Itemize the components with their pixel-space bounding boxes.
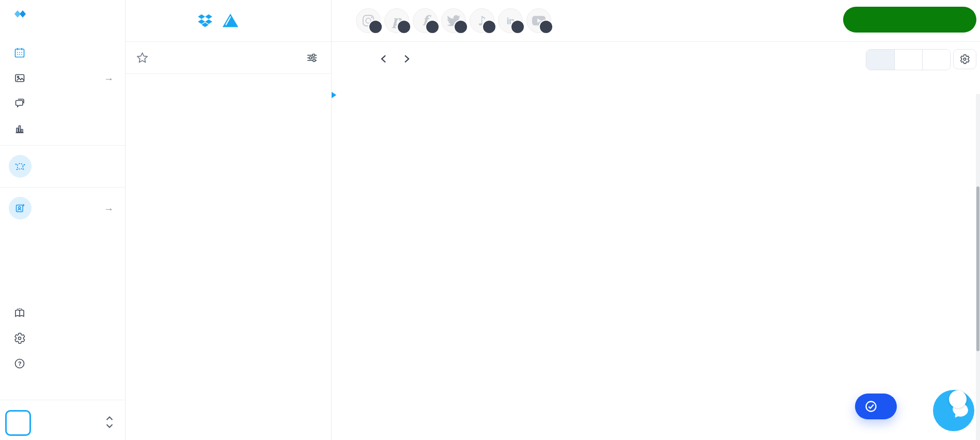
today-button[interactable] <box>346 53 352 54</box>
add-account-plus-badge[interactable] <box>539 20 553 34</box>
start-free-trial-button[interactable] <box>843 7 976 33</box>
later-logo-icon <box>13 8 27 20</box>
sidebar: → <box>0 0 126 440</box>
sidebar-item-creator-brand-collabs[interactable]: → <box>0 192 125 225</box>
creator-collabs-icon <box>9 197 32 219</box>
vertical-scrollbar-thumb[interactable] <box>976 186 979 351</box>
day-headers <box>331 77 980 92</box>
current-time-arrow <box>332 92 336 98</box>
sidebar-item-help[interactable]: ? <box>0 351 125 376</box>
sidebar-item-media[interactable]: → <box>0 65 125 90</box>
timezone-label[interactable] <box>835 55 841 56</box>
sidebar-divider <box>0 187 125 187</box>
calendar-settings-gear-button[interactable] <box>953 49 976 69</box>
media-grid-fade <box>125 207 331 440</box>
sidebar-bottom-nav: ? <box>0 300 125 376</box>
sidebar-item-conversations[interactable] <box>0 90 125 116</box>
add-account-plus-badge[interactable] <box>368 20 383 34</box>
upload-media-button[interactable] <box>254 20 260 21</box>
platform-list: p f ♪ in <box>356 8 551 33</box>
add-account-plus-badge[interactable] <box>397 20 411 34</box>
sidebar-item-settings[interactable] <box>0 325 125 351</box>
schedule-twitter-button[interactable] <box>441 8 466 33</box>
book-icon <box>13 307 26 319</box>
later-logo[interactable] <box>13 8 29 18</box>
avatar <box>5 410 31 436</box>
expand-arrow-icon[interactable]: → <box>104 72 114 84</box>
later-social-app: → <box>0 0 980 440</box>
schedule-topbar: p f ♪ in <box>331 0 980 42</box>
schedule-facebook-button[interactable]: f <box>413 8 438 33</box>
time-gutter <box>331 92 363 440</box>
profile-switcher[interactable] <box>0 404 125 440</box>
view-list-button[interactable] <box>922 50 950 70</box>
sidebar-item-calendar[interactable] <box>0 40 125 65</box>
show-filters-button[interactable] <box>298 52 321 64</box>
getting-started-button[interactable] <box>855 394 897 419</box>
expand-arrow-icon[interactable]: → <box>104 202 114 214</box>
calendar-icon <box>13 46 26 59</box>
filter-sliders-icon <box>306 52 318 64</box>
day-columns <box>363 92 971 440</box>
dropbox-import-button[interactable] <box>196 13 214 28</box>
calendar-main: p f ♪ in <box>331 0 980 440</box>
schedule-tiktok-button[interactable]: ♪ <box>470 8 494 33</box>
view-week-button[interactable] <box>866 50 894 70</box>
sidebar-item-link-in-bio[interactable] <box>0 150 125 183</box>
google-drive-import-button[interactable] <box>222 13 239 28</box>
svg-text:?: ? <box>18 360 22 367</box>
media-library-panel <box>125 0 332 440</box>
add-account-plus-badge[interactable] <box>425 20 440 34</box>
schedule-instagram-button[interactable] <box>356 8 381 33</box>
calendar-grid <box>331 92 980 440</box>
add-account-plus-badge[interactable] <box>510 20 525 34</box>
question-circle-icon: ? <box>13 357 26 370</box>
sidebar-nav: → <box>0 40 125 225</box>
add-account-plus-badge[interactable] <box>482 20 496 34</box>
view-switcher <box>866 49 951 70</box>
schedule-youtube-button[interactable] <box>526 8 551 33</box>
sidebar-footer <box>13 381 118 394</box>
sidebar-item-analytics[interactable] <box>0 116 125 141</box>
analytics-icon <box>13 122 26 135</box>
media-panel-header <box>125 0 331 42</box>
next-week-button[interactable] <box>401 53 412 65</box>
view-month-button[interactable] <box>894 50 922 70</box>
sidebar-divider <box>0 145 125 146</box>
chevron-up-down-icon[interactable] <box>104 415 115 430</box>
schedule-pinterest-button[interactable]: p <box>384 8 409 33</box>
link-in-bio-icon <box>9 155 32 178</box>
schedule-linkedin-button[interactable]: in <box>498 8 523 33</box>
getting-started-count-badge <box>949 390 967 408</box>
sidebar-divider <box>0 400 125 400</box>
gear-icon <box>13 332 26 344</box>
vertical-scrollbar-track <box>976 94 980 440</box>
media-icon <box>13 72 26 84</box>
favorites-star-icon[interactable] <box>135 51 149 65</box>
calendar-toolbar <box>331 41 980 77</box>
previous-week-button[interactable] <box>379 53 389 65</box>
media-filter-bar <box>125 42 331 74</box>
check-circle-icon <box>864 400 878 413</box>
conversations-icon <box>13 97 26 109</box>
sidebar-item-learn-with-later[interactable] <box>0 300 125 325</box>
add-account-plus-badge[interactable] <box>454 20 468 34</box>
